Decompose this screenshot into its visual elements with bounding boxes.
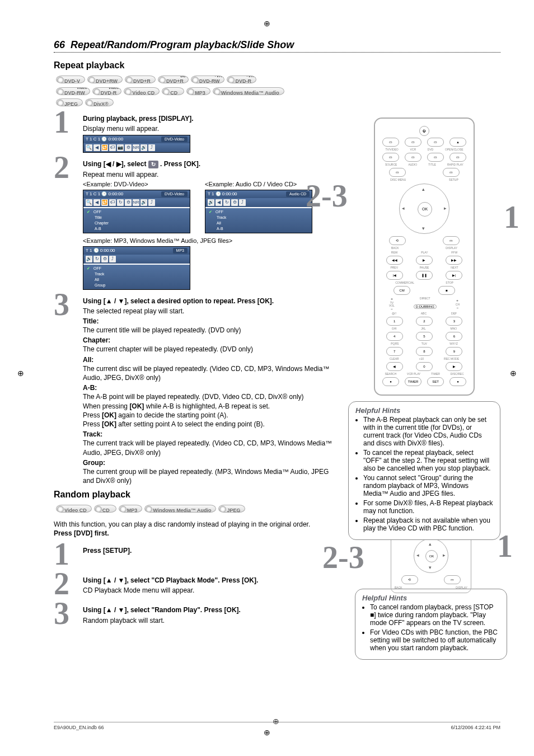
osd-dvd-simple-tag: DVD-Video [161,137,188,142]
format-badge: Windows Media™ Audio [144,505,216,513]
format-badge: Video CD [124,87,160,95]
osd-menu-item: All [95,277,188,283]
osd-dvd-menu: T 1 C 1 🕒 0:00:00 DVD-Video 🔍◀🔁🏷↻⚙NR🔊⤴ ✔… [83,190,190,233]
step-1-lead: During playback, press [DISPLAY]. [83,114,339,123]
step-3-sub: The selected repeat play will start. [83,307,339,316]
osd-menu-item: Track [217,215,310,220]
page-number: 66 [54,39,65,50]
badge-row-3: JPEGDivX® [56,97,339,108]
random-step-3-sub: Random playback will start. [83,616,345,625]
hint-item: You cannot select "Group" during the ran… [363,474,493,497]
format-badge: DVD-R+VR [227,76,256,83]
random-step-2-lead: Using [▲ / ▼], select "CD Playback Mode"… [83,576,345,585]
osd-icon: 📷 [117,144,124,151]
osd-icon: 🔊 [140,144,147,151]
page-heading-text: Repeat/Random/Program playback/Slide Sho… [71,39,294,50]
random-step-2-number: 2 [54,569,81,599]
osd-dvd-simple-status: T 1 C 1 🕒 0:00:00 [86,137,123,143]
helpful-hints-2-title: Helpful Hints [362,594,500,602]
ok-button[interactable]: OK [418,202,432,217]
step-2-number: 2 [54,153,81,182]
callout-2-3-top: 2-3 [306,178,348,214]
num-button[interactable]: 7 [386,347,403,356]
footer-right: 6/12/2006 4:22:41 PM [451,725,500,730]
format-badge: MP3 [186,87,210,95]
dpad-small[interactable]: ▴ ▾ ◂ ▸ OK [414,538,448,573]
format-badge: DVD+RW [87,76,123,83]
remote-diagram-large: ⏻ ▭▭▭▲ TV/VIDEO VCR DVD OPEN/CLOSE ▭▭▭▭ … [374,118,475,396]
page-title: 66 Repeat/Random/Program playback/Slide … [54,39,500,51]
hint-item: Repeat playback is not available when yo… [363,516,493,532]
footer-left: E9A90UD_EN.indb 66 [54,725,104,730]
hint-item: To cancel the repeat playback, select "O… [363,449,493,472]
section-repeat-playback: Repeat playback [54,60,339,71]
badge-row-2: DVD-RWVideoDVD-RVideoVideo CDCDMP3Window… [56,86,339,96]
hint-item: For Video CDs with PBC function, the PBC… [370,628,500,652]
hint-item: The A-B Repeat playback can only be set … [363,416,493,447]
badge-row-random: Video CDCDMP3Windows Media™ AudioJPEG [56,503,339,514]
helpful-hints-1-title: Helpful Hints [355,406,493,415]
format-badge: DivX® [85,98,114,106]
power-button[interactable]: ⏻ [419,126,429,136]
step-1-sub: Display menu will appear. [83,124,339,133]
hint-item: For some DivX® files, A-B Repeat playbac… [363,499,493,515]
hint-item: To cancel random playback, press [STOP ■… [370,603,500,627]
title-divider [54,52,500,53]
format-badge: DVD-V [56,76,85,83]
osd-menu-item: ✔OFF [217,209,310,215]
num-button[interactable]: 1 [386,317,403,326]
format-badge: DVD+R [125,76,156,83]
helpful-hints-1: Helpful Hints The A-B Repeat playback ca… [348,401,500,540]
step-3-lead: Using [▲ / ▼], select a desired option t… [83,297,339,306]
osd-caption-files: <Example: MP3, Windows Media™ Audio, JPE… [83,237,339,245]
osd-menu-item: Group [95,283,188,288]
format-badge: MP3 [119,505,143,513]
press-dvd-first: Press [DVD] first. [54,529,345,537]
format-badge: JPEG [218,505,245,513]
osd-icon: NR [133,144,139,151]
osd-menu-item: A-B [95,226,188,232]
osd-menu-item: ✔OFF [95,209,188,215]
step-2-lead: Using [◀ / ▶], select ↻ . Press [OK]. [83,159,339,168]
osd-menu-item: A-B [217,226,310,232]
num-button[interactable]: 8 [416,347,433,356]
osd-cd-menu: T 1 🕒 0:00:00 Audio CD 🔊◀↻⚙⤴ ✔OFFTrackAl… [205,190,312,233]
helpful-hints-2: Helpful Hints To cancel random playback,… [355,589,507,660]
osd-caption-dvd: <Example: DVD-Video> [83,180,190,189]
callout-2-3-bottom: 2-3 [322,539,364,575]
num-button[interactable]: 6 [446,332,462,341]
osd-icon: 🏷 [109,144,116,151]
repeat-icon: ↻ [148,161,158,168]
random-step-1-number: 1 [54,539,81,569]
badge-row-1: DVD-VDVD+RWDVD+RDVD+RDLDVD-RW+VRDVD-R+VR [56,74,339,84]
num-button[interactable]: 5 [416,332,433,341]
format-badge: CD [162,87,184,95]
step-3-number: 3 [54,290,81,320]
random-step-2-sub: CD Playback Mode menu will appear. [83,586,345,595]
num-button[interactable]: 2 [416,317,433,326]
format-badge: CD [94,505,116,513]
osd-menu-item: Title [95,215,188,220]
osd-icon: 🔍 [86,144,92,151]
osd-mp3-menu: T 1 🕒 0:00:00 MP3 🔊↻⚙⤴ ✔OFFTrackAllGroup [83,246,190,290]
osd-icon: ◀ [93,144,100,151]
osd-menu-item: All [217,220,310,226]
format-badge: DVD-RW+VR [191,76,225,83]
format-badge: Video CD [56,505,92,513]
num-button[interactable]: 3 [446,317,462,326]
page-footer: E9A90UD_EN.indb 66 ⊕ 6/12/2006 4:22:41 P… [54,722,500,730]
section-random-playback: Random playback [54,490,339,500]
callout-1-top: 1 [504,199,519,235]
num-button[interactable]: 4 [386,332,403,341]
random-step-3-number: 3 [54,599,81,628]
osd-icon: ⚙ [125,144,132,151]
format-badge: DVD-RVideo [92,87,122,95]
footer-reg-mark: ⊕ [273,717,279,726]
num-button[interactable]: 9 [446,347,462,356]
format-badge: Windows Media™ Audio [213,87,284,95]
random-intro: With this function, you can play a disc … [54,520,345,528]
osd-caption-cd: <Example: Audio CD / Video CD> [205,180,312,189]
format-badge: DVD+RDL [158,76,189,83]
dpad-large[interactable]: ▴ ▾ ◂ ▸ OK [399,184,449,234]
osd-icon: ⤴ [148,144,155,151]
